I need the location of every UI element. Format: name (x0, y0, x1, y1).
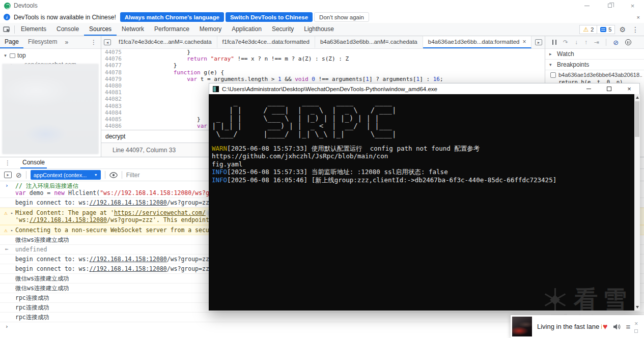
window-restore-button[interactable] (598, 0, 621, 11)
tab-lighthouse[interactable]: Lighthouse (299, 23, 339, 36)
terminal-scrollbar[interactable] (634, 94, 640, 311)
console-link[interactable]: https://servicewechat.com/ (114, 209, 206, 216)
tab-sources[interactable]: Sources (84, 23, 117, 36)
chevron-down-icon: ▼ (94, 173, 98, 177)
inspect-element-icon[interactable] (0, 23, 13, 36)
console-link[interactable]: //192.168.14.158:12080 (89, 265, 166, 272)
code-token: return (187, 55, 210, 62)
cursor-position-text: Line 44097, Column 33 (113, 147, 176, 154)
clear-console-icon[interactable]: ⊘ (16, 172, 22, 179)
expander-icon[interactable]: ▸ (11, 227, 13, 234)
switch-devtools-to-chinese-button[interactable]: Switch DevTools to Chinese (226, 12, 313, 22)
log-text: fig.yaml (212, 160, 242, 168)
tab-performance[interactable]: Performance (149, 23, 194, 36)
log-level: INFO (212, 168, 227, 176)
execution-context-selector[interactable]: appContext (contex... ▼ (31, 170, 101, 180)
navigator-tab-filesystem[interactable]: Filesystem (23, 36, 62, 48)
breakpoint-file-label[interactable]: b4a636ae1d3e6bbe643ab20618... (558, 72, 642, 78)
step-over-icon[interactable]: ↷ (563, 39, 568, 46)
code-token: 1 (278, 76, 282, 82)
console-text: begin connect to: ws: (15, 265, 89, 272)
window-title: Devtools (14, 2, 38, 9)
step-out-icon[interactable]: ↑ (584, 39, 587, 46)
popup-expand-icon[interactable] (634, 329, 638, 333)
console-text: Hlclient( (68, 189, 100, 196)
code-token: ] : (419, 76, 433, 82)
code-text: var t = arguments.length > 1 && void 0 !… (126, 76, 443, 82)
console-link[interactable]: //192.168.14.158:12080 (30, 216, 107, 223)
scroll-up-icon[interactable] (636, 96, 639, 99)
file-tab-3[interactable]: b4a636ae1d3e6bb...data:formatted× (423, 36, 532, 48)
always-match-chrome-s-language-button[interactable]: Always match Chrome's language (120, 12, 224, 22)
expander-icon[interactable]: ▸ (11, 210, 13, 217)
issues-badge[interactable]: 5 (597, 25, 615, 34)
code-token: ] ? arguments[ (369, 76, 416, 82)
pause-on-exceptions-icon[interactable] (625, 39, 631, 45)
tab-memory[interactable]: Memory (194, 23, 227, 36)
navigator-tab-page[interactable]: Page (0, 36, 23, 48)
console-text: demo = (30, 189, 54, 196)
settings-gear-icon[interactable]: ⚙ (619, 25, 626, 34)
terminal-minimize-button[interactable] (578, 83, 599, 94)
line-number: 44077 (101, 62, 126, 69)
media-player-popup[interactable]: Living in the fast lane is g ♥ ≡ × (511, 315, 644, 338)
window-close-button[interactable]: × (621, 0, 644, 11)
close-tab-icon[interactable]: × (522, 38, 526, 45)
scrollbar-thumb[interactable] (635, 101, 639, 137)
line-number: 44075 (101, 49, 126, 55)
playlist-icon[interactable]: ≡ (626, 322, 631, 331)
heart-icon[interactable]: ♥ (603, 322, 608, 331)
navigator-toggle-icon[interactable]: ◂ (101, 36, 114, 48)
log-level: WARN (212, 145, 227, 152)
tree-item-top[interactable]: ▾top (0, 51, 101, 60)
speaker-icon[interactable] (613, 323, 621, 330)
popup-close-icon[interactable]: × (634, 321, 638, 327)
terminal-title: C:\Users\Administrator\Desktop\WechatOpe… (222, 86, 437, 92)
code-text: } (126, 49, 190, 55)
terminal-close-button[interactable]: × (619, 83, 639, 94)
more-tabs-icon[interactable]: ▸ (533, 36, 545, 48)
warning-icon: ⚠ (4, 210, 8, 217)
don-t-show-again-button[interactable]: Don't show again (314, 12, 369, 22)
console-sidebar-toggle-icon[interactable]: ▸ (4, 172, 12, 178)
file-tab-2[interactable]: b4a636ae1d3e6bb...anM=.cachedata (315, 36, 423, 48)
tab-security[interactable]: Security (267, 23, 299, 36)
watermark-text: 看雪 (574, 284, 632, 311)
console-menu-kebab-icon[interactable]: ⋮ (0, 159, 15, 166)
navigator-menu-kebab-icon[interactable]: ⋮ (91, 39, 97, 46)
terminal-titlebar[interactable]: C:\Users\Administrator\Desktop\WechatOpe… (209, 83, 640, 94)
breakpoint-checkbox[interactable] (550, 72, 556, 78)
step-into-icon[interactable]: ↓ (575, 39, 578, 46)
step-icon[interactable]: ⇥ (594, 39, 599, 46)
console-text: // 注入环境后连接通信 (15, 182, 78, 189)
tab-application[interactable]: Application (227, 23, 267, 36)
deactivate-breakpoints-icon[interactable]: ⊘ (613, 39, 619, 46)
issues-icon (600, 27, 606, 32)
window-minimize-button[interactable] (575, 0, 598, 11)
console-link[interactable]: //192.168.14.158:12080 (89, 199, 166, 206)
infobar-dismiss-icon[interactable]: × (637, 14, 640, 20)
file-tab-1[interactable]: f1fca7e4e3dc4ce...data:formatted (217, 36, 315, 48)
tab-console[interactable]: Console (51, 23, 84, 36)
live-expression-eye-icon[interactable] (109, 172, 118, 178)
info-icon: i (4, 14, 10, 20)
watch-section-header[interactable]: ▸ Watch (545, 49, 644, 60)
tabs-overflow-icon[interactable]: » (62, 39, 71, 46)
breakpoints-section-header[interactable]: ▾ Breakpoints (545, 60, 644, 70)
console-link[interactable]: //192.168.14.158:12080 (89, 256, 166, 263)
console-text: /ws?group=zzz (167, 199, 213, 206)
divider (26, 171, 26, 179)
file-tab-0[interactable]: f1fca7e4e3dc4ce...anM=.cachedata (114, 36, 217, 48)
tab-network[interactable]: Network (117, 23, 149, 36)
scroll-down-icon[interactable] (636, 306, 639, 308)
warnings-badge[interactable]: ⚠ 2 (579, 25, 597, 34)
album-art[interactable] (512, 317, 532, 336)
code-token: 0 (312, 76, 315, 82)
chevron-down-icon[interactable]: ▾ (3, 53, 8, 58)
devtools-menu-kebab-icon[interactable]: ⋮ (632, 25, 639, 34)
tab-console[interactable]: Console (20, 157, 47, 168)
frame-icon (10, 53, 15, 58)
terminal-maximize-button[interactable] (599, 83, 619, 94)
pause-script-icon[interactable] (552, 40, 556, 45)
tab-elements[interactable]: Elements (16, 23, 51, 36)
